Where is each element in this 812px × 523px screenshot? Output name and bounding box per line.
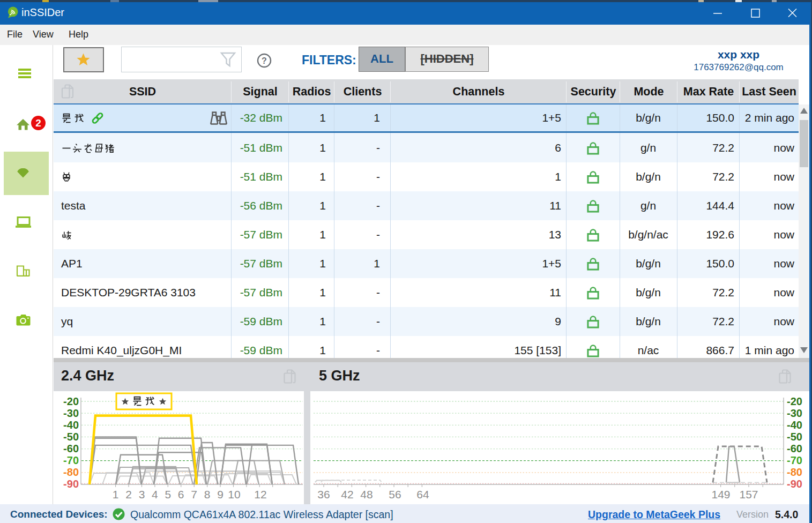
svg-text:-50: -50	[787, 431, 802, 443]
svg-text:4: 4	[152, 488, 158, 500]
svg-text:-80: -80	[787, 466, 802, 478]
svg-text:7: 7	[191, 488, 197, 500]
svg-text:2: 2	[125, 488, 132, 500]
svg-text:-30: -30	[63, 407, 79, 419]
svg-text:6: 6	[178, 488, 184, 500]
svg-text:-50: -50	[63, 431, 79, 443]
svg-text:10: 10	[228, 488, 240, 500]
svg-text:42: 42	[341, 488, 353, 500]
svg-text:1: 1	[113, 488, 119, 500]
svg-text:-90: -90	[63, 478, 79, 490]
svg-text:12: 12	[254, 488, 266, 500]
svg-text:-70: -70	[63, 454, 79, 466]
svg-text:-40: -40	[787, 419, 802, 431]
svg-text:-70: -70	[787, 454, 802, 466]
svg-text:-40: -40	[63, 419, 79, 431]
svg-text:56: 56	[389, 488, 401, 500]
svg-text:3: 3	[139, 488, 145, 500]
svg-text:?: ?	[262, 56, 267, 65]
svg-text:157: 157	[739, 488, 758, 500]
svg-text:48: 48	[360, 488, 373, 500]
svg-text:5: 5	[165, 488, 171, 500]
svg-text:-20: -20	[63, 395, 79, 407]
svg-text:9: 9	[217, 488, 224, 500]
svg-text:-80: -80	[63, 466, 79, 478]
svg-text:-60: -60	[787, 443, 802, 454]
svg-text:149: 149	[711, 488, 730, 500]
svg-text:-60: -60	[63, 443, 79, 454]
svg-text:-90: -90	[787, 478, 802, 490]
svg-text:-30: -30	[787, 407, 802, 419]
svg-text:36: 36	[317, 488, 330, 500]
svg-text:8: 8	[204, 488, 211, 500]
svg-text:-20: -20	[787, 395, 802, 407]
svg-text:64: 64	[416, 488, 429, 500]
